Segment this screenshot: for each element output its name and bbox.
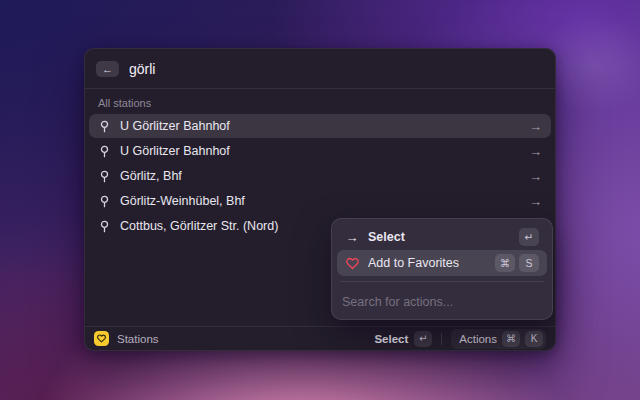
action-item-add-to-favorites[interactable]: Add to Favorites ⌘ S bbox=[337, 250, 547, 276]
heart-icon bbox=[345, 257, 359, 270]
action-label: Add to Favorites bbox=[368, 256, 459, 270]
station-row[interactable]: Görlitz-Weinhübel, Bhf → bbox=[89, 189, 551, 213]
station-name: U Görlitzer Bahnhof bbox=[120, 119, 230, 133]
station-row[interactable]: U Görlitzer Bahnhof → bbox=[89, 114, 551, 138]
location-pin-icon bbox=[98, 194, 111, 209]
search-input[interactable] bbox=[129, 61, 544, 77]
desktop-wallpaper: ← All stations U Görlitzer Bahnhof → U G… bbox=[0, 0, 640, 400]
actions-search-input[interactable] bbox=[337, 287, 547, 314]
location-pin-icon bbox=[98, 219, 111, 234]
station-name: Görlitz-Weinhübel, Bhf bbox=[120, 194, 245, 208]
stations-app-icon bbox=[94, 331, 109, 346]
return-key-badge: ↵ bbox=[519, 228, 539, 246]
command-key-badge: ⌘ bbox=[502, 331, 520, 347]
s-key-badge: S bbox=[519, 254, 539, 272]
station-row[interactable]: Görlitz, Bhf → bbox=[89, 164, 551, 188]
station-name: Cottbus, Görlitzer Str. (Nord) bbox=[120, 219, 278, 233]
return-key-badge: ↵ bbox=[414, 331, 432, 347]
back-button[interactable]: ← bbox=[96, 61, 119, 77]
app-name-label: Stations bbox=[117, 333, 159, 345]
search-bar: ← bbox=[85, 49, 555, 89]
select-hint-label[interactable]: Select bbox=[374, 333, 408, 345]
footer-divider bbox=[441, 333, 442, 345]
arrow-right-icon: → bbox=[345, 230, 359, 245]
menu-divider bbox=[340, 281, 544, 282]
location-pin-icon bbox=[98, 144, 111, 159]
footer-bar: Stations Select ↵ Actions ⌘ K bbox=[85, 326, 555, 350]
location-pin-icon bbox=[98, 169, 111, 184]
actions-popover: → Select ↵ Add to Favorites ⌘ S bbox=[331, 218, 553, 320]
station-row[interactable]: U Görlitzer Bahnhof → bbox=[89, 139, 551, 163]
arrow-right-icon: → bbox=[529, 195, 542, 208]
action-label: Select bbox=[368, 230, 405, 244]
station-name: U Görlitzer Bahnhof bbox=[120, 144, 230, 158]
command-key-badge: ⌘ bbox=[495, 254, 515, 272]
footer-actions: Select ↵ Actions ⌘ K bbox=[374, 329, 546, 349]
actions-menu-button[interactable]: Actions ⌘ K bbox=[451, 329, 546, 349]
arrow-right-icon: → bbox=[529, 170, 542, 183]
arrow-right-icon: → bbox=[529, 145, 542, 158]
k-key-badge: K bbox=[525, 331, 543, 347]
action-item-select[interactable]: → Select ↵ bbox=[337, 224, 547, 250]
arrow-left-icon: ← bbox=[102, 63, 113, 75]
location-pin-icon bbox=[98, 119, 111, 134]
section-header: All stations bbox=[98, 97, 542, 109]
station-name: Görlitz, Bhf bbox=[120, 169, 182, 183]
actions-hint-label: Actions bbox=[459, 333, 497, 345]
launcher-window: ← All stations U Görlitzer Bahnhof → U G… bbox=[84, 48, 556, 351]
arrow-right-icon: → bbox=[529, 120, 542, 133]
